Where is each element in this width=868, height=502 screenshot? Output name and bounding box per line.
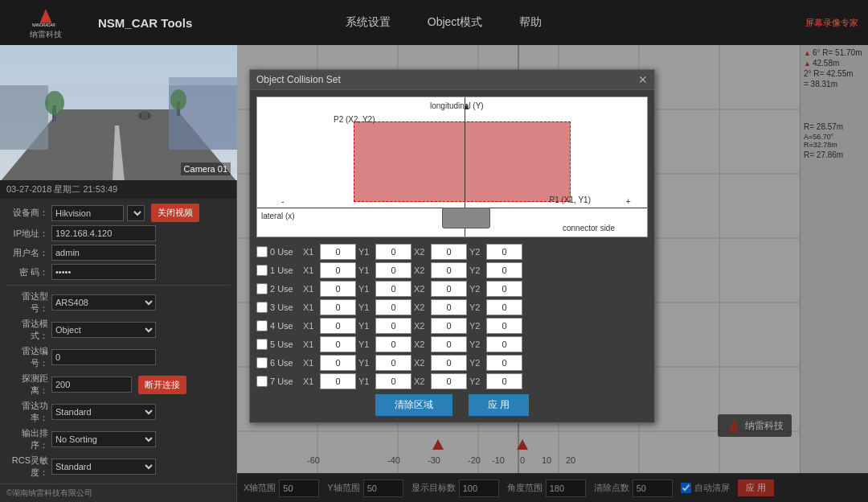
axis-minus-label: - [281, 196, 285, 206]
row-5-x1[interactable] [320, 336, 356, 352]
rcs-row: RCS灵敏度： Standard [6, 455, 230, 479]
row-3-y2[interactable] [486, 299, 522, 315]
row-6-y2[interactable] [486, 355, 522, 371]
close-video-button[interactable]: 关闭视频 [151, 204, 199, 222]
row-6-x1-label: X1 [303, 358, 317, 368]
row-2-x2[interactable] [431, 281, 467, 297]
device-input[interactable] [51, 205, 124, 221]
collision-table: 0 Use X1 Y1 X2 Y2 1 Use [256, 244, 648, 389]
row-0-y2[interactable] [486, 244, 522, 260]
row-4-y1[interactable] [375, 318, 411, 334]
row-1-y2[interactable] [486, 262, 522, 278]
row-0-checkbox[interactable] [256, 246, 268, 257]
dialog-close-button[interactable]: ✕ [638, 73, 648, 86]
device-select[interactable] [127, 205, 145, 221]
row-2-x2-label: X2 [414, 284, 428, 294]
radar-id-row: 雷达编号： [6, 345, 230, 369]
row-0-label: 0 Use [270, 247, 301, 257]
row-1-y1[interactable] [375, 262, 411, 278]
nav-item-object[interactable]: Object模式 [421, 12, 489, 33]
pwd-row: 密 码： [6, 264, 230, 280]
row-1-x1-label: X1 [303, 265, 317, 275]
row-5-checkbox[interactable] [256, 339, 268, 350]
row-3-x2-label: X2 [414, 302, 428, 312]
row-3-x2[interactable] [431, 299, 467, 315]
row-7-checkbox[interactable] [256, 376, 268, 387]
pwd-input[interactable] [51, 264, 156, 280]
nav-item-help[interactable]: 帮助 [513, 12, 548, 33]
user-input[interactable] [51, 245, 156, 261]
disconnect-button[interactable]: 断开连接 [138, 376, 186, 394]
row-1-checkbox[interactable] [256, 265, 268, 276]
radar-power-select[interactable]: Standard [51, 404, 156, 420]
row-6-checkbox[interactable] [256, 357, 268, 368]
car-shape [442, 208, 490, 228]
row-2-y1-label: Y1 [358, 284, 373, 294]
row-4-checkbox[interactable] [256, 320, 268, 331]
nav-item-settings[interactable]: 系统设置 [339, 12, 397, 33]
dialog-buttons: 清除区域 应 用 [256, 394, 648, 416]
row-5-y1-label: Y1 [358, 339, 373, 349]
dialog-title-bar: Object Collision Set ✕ [250, 70, 654, 90]
output-order-row: 输出排序： No Sorting [6, 427, 230, 451]
svg-rect-14 [0, 45, 237, 85]
row-7-y1-label: Y1 [358, 376, 373, 386]
detect-range-row: 探测距离： 断开连接 [6, 372, 230, 397]
row-4-y2[interactable] [486, 318, 522, 334]
clear-zone-button[interactable]: 清除区域 [375, 394, 452, 416]
lateral-label: lateral (x) [261, 212, 295, 220]
dialog-overlay: Object Collision Set ✕ longitudinal (Y) … [237, 45, 868, 502]
row-1-x2[interactable] [431, 262, 467, 278]
row-2-y2-label: Y2 [469, 284, 484, 294]
rcs-label: RCS灵敏度： [6, 455, 48, 479]
row-2-checkbox[interactable] [256, 283, 268, 294]
row-2-label: 2 Use [270, 284, 301, 294]
row-6-x2[interactable] [431, 355, 467, 371]
right-panel: -60 -40 -30 -20 -10 0 10 20 [237, 45, 868, 502]
row-7-y2-label: Y2 [469, 376, 484, 386]
row-3-y1[interactable] [375, 299, 411, 315]
row-2-y1[interactable] [375, 281, 411, 297]
row-2-y2[interactable] [486, 281, 522, 297]
radar-mode-select[interactable]: Object [51, 322, 156, 338]
row-5-y2[interactable] [486, 336, 522, 352]
row-0-x2[interactable] [431, 244, 467, 260]
user-row: 用户名： [6, 245, 230, 261]
ip-input[interactable] [51, 225, 156, 241]
collision-row-7: 7 Use X1 Y1 X2 Y2 [256, 373, 648, 389]
row-7-x2[interactable] [431, 373, 467, 389]
row-7-y1[interactable] [375, 373, 411, 389]
row-4-x2[interactable] [431, 318, 467, 334]
row-7-y2[interactable] [486, 373, 522, 389]
collision-diagram: longitudinal (Y) lateral (x) connector s… [256, 97, 648, 237]
row-7-x1[interactable] [320, 373, 356, 389]
rcs-select[interactable]: Standard [51, 459, 156, 475]
row-3-checkbox[interactable] [256, 302, 268, 313]
row-1-x2-label: X2 [414, 265, 428, 275]
row-5-x2-label: X2 [414, 339, 428, 349]
top-bar: NANORADAR 纳雷科技 NSM_CAR Tools 系统设置 Object… [0, 0, 868, 45]
logo-area: NANORADAR 纳雷科技 [10, 6, 82, 40]
logo-text: 纳雷科技 [30, 29, 62, 40]
dialog-title: Object Collision Set [256, 74, 341, 85]
radar-id-input[interactable] [51, 349, 156, 365]
row-1-x1[interactable] [320, 262, 356, 278]
nav-menu: 系统设置 Object模式 帮助 [339, 12, 548, 33]
output-order-select[interactable]: No Sorting [51, 431, 156, 447]
row-2-x1-label: X1 [303, 284, 317, 294]
row-3-x1[interactable] [320, 299, 356, 315]
row-6-y1[interactable] [375, 355, 411, 371]
row-5-y1[interactable] [375, 336, 411, 352]
dialog-apply-button[interactable]: 应 用 [469, 394, 529, 416]
p2-label: P2 (X2, Y2) [334, 115, 375, 124]
row-0-x1[interactable] [320, 244, 356, 260]
row-5-x1-label: X1 [303, 339, 317, 349]
row-5-x2[interactable] [431, 336, 467, 352]
radar-type-select[interactable]: ARS408 [51, 294, 156, 311]
detect-range-input[interactable] [51, 376, 132, 393]
row-0-y1[interactable] [375, 244, 411, 260]
row-6-x1[interactable] [320, 355, 356, 371]
row-0-y1-label: Y1 [358, 247, 373, 257]
row-4-x1[interactable] [320, 318, 356, 334]
row-2-x1[interactable] [320, 281, 356, 297]
